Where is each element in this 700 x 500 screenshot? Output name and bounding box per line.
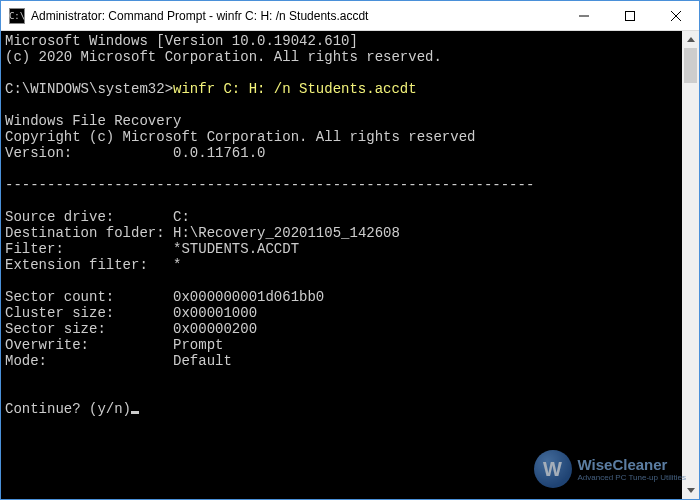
prompt-path: C:\WINDOWS\system32> xyxy=(5,81,173,97)
divider-line: ----------------------------------------… xyxy=(5,177,534,193)
scrollbar-track[interactable] xyxy=(682,48,699,482)
window-title: Administrator: Command Prompt - winfr C:… xyxy=(31,9,561,23)
entered-command: winfr C: H: /n Students.accdt xyxy=(173,81,417,97)
source-drive-label: Source drive: xyxy=(5,209,114,225)
vertical-scrollbar[interactable] xyxy=(682,31,699,499)
svg-marker-5 xyxy=(687,488,695,493)
close-icon xyxy=(671,11,681,21)
scroll-down-button[interactable] xyxy=(682,482,699,499)
terminal-output[interactable]: Microsoft Windows [Version 10.0.19042.61… xyxy=(1,31,682,499)
app-name-line: Windows File Recovery xyxy=(5,113,181,129)
minimize-button[interactable] xyxy=(561,1,607,30)
extension-filter-label: Extension filter: xyxy=(5,257,148,273)
minimize-icon xyxy=(579,11,589,21)
sector-count-label: Sector count: xyxy=(5,289,114,305)
os-version-line: Microsoft Windows [Version 10.0.19042.61… xyxy=(5,33,358,49)
command-prompt-window: C:\ Administrator: Command Prompt - winf… xyxy=(0,0,700,500)
destination-folder-label: Destination folder: xyxy=(5,225,165,241)
filter-value: *STUDENTS.ACCDT xyxy=(173,241,299,257)
os-copyright-line: (c) 2020 Microsoft Corporation. All righ… xyxy=(5,49,442,65)
scrollbar-thumb[interactable] xyxy=(684,48,697,83)
mode-label: Mode: xyxy=(5,353,47,369)
continue-prompt: Continue? (y/n) xyxy=(5,401,131,417)
overwrite-value: Prompt xyxy=(173,337,223,353)
overwrite-label: Overwrite: xyxy=(5,337,89,353)
cmd-icon: C:\ xyxy=(9,8,25,24)
chevron-up-icon xyxy=(687,37,695,42)
svg-marker-4 xyxy=(687,37,695,42)
titlebar[interactable]: C:\ Administrator: Command Prompt - winf… xyxy=(1,1,699,31)
sector-size-label: Sector size: xyxy=(5,321,106,337)
terminal-area: Microsoft Windows [Version 10.0.19042.61… xyxy=(1,31,699,499)
window-controls xyxy=(561,1,699,30)
app-copyright-line: Copyright (c) Microsoft Corporation. All… xyxy=(5,129,475,145)
close-button[interactable] xyxy=(653,1,699,30)
version-value: 0.0.11761.0 xyxy=(173,145,265,161)
sector-size-value: 0x00000200 xyxy=(173,321,257,337)
chevron-down-icon xyxy=(687,488,695,493)
version-label: Version: xyxy=(5,145,72,161)
filter-label: Filter: xyxy=(5,241,64,257)
cluster-size-value: 0x00001000 xyxy=(173,305,257,321)
cluster-size-label: Cluster size: xyxy=(5,305,114,321)
extension-filter-value: * xyxy=(173,257,181,273)
mode-value: Default xyxy=(173,353,232,369)
destination-folder-value: H:\Recovery_20201105_142608 xyxy=(173,225,400,241)
source-drive-value: C: xyxy=(173,209,190,225)
maximize-button[interactable] xyxy=(607,1,653,30)
maximize-icon xyxy=(625,11,635,21)
scroll-up-button[interactable] xyxy=(682,31,699,48)
sector-count-value: 0x000000001d061bb0 xyxy=(173,289,324,305)
cursor xyxy=(131,411,139,414)
svg-rect-1 xyxy=(626,11,635,20)
